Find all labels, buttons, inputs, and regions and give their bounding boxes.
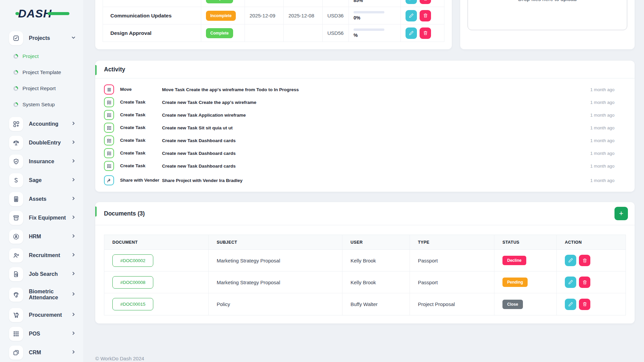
sidebar-item-label: Assets — [29, 196, 71, 202]
sidebar-item-label: DoubleEntry — [29, 140, 71, 146]
upload-card: Drop files here to upload — [460, 0, 635, 49]
activity-time: 1 month ago — [589, 87, 626, 92]
activity-time: 1 month ago — [589, 178, 626, 183]
document-action-cell — [557, 293, 625, 315]
task-list-icon — [104, 123, 114, 133]
subitem-label: Project Report — [22, 85, 56, 92]
status-badge: Pending — [502, 278, 528, 287]
sidebar-item-hrm[interactable]: HRM — [0, 227, 83, 246]
edit-task-button[interactable] — [406, 27, 417, 39]
chevron-right-icon — [71, 139, 76, 146]
chevron-right-icon — [71, 121, 76, 127]
chevron-right-icon — [71, 252, 76, 259]
task-end-date: 2025-12-08 — [284, 7, 323, 24]
document-id-button[interactable]: #DOC00015 — [112, 298, 153, 310]
sidebar-subitem-project[interactable]: Project — [0, 48, 83, 64]
activity-description: Create new Task Dashboard cards — [162, 138, 589, 143]
subitem-label: System Setup — [22, 102, 55, 108]
sidebar-item-biometric-attendance[interactable]: Biometric Attendance — [0, 284, 83, 306]
donut-icon — [13, 54, 18, 59]
sidebar-item-fix-equipment[interactable]: Fix Equipment — [0, 208, 83, 227]
sidebar-item-doubleentry[interactable]: DoubleEntry — [0, 133, 83, 152]
top-cards-row: Complete 85% Communication Update — [95, 0, 635, 49]
add-document-button[interactable]: + — [614, 207, 628, 220]
task-status-cell: Incomplete — [201, 7, 245, 24]
document-search-icon — [9, 267, 23, 281]
document-action-cell — [557, 272, 625, 293]
edit-task-button[interactable] — [406, 0, 417, 4]
chevron-right-icon — [71, 177, 76, 184]
task-row-partial: Complete 85% — [103, 0, 444, 7]
sidebar-item-sage[interactable]: Sage — [0, 171, 83, 190]
activity-type: Create Task — [120, 100, 162, 105]
activity-row: Create Task Create new Task Dashboard ca… — [104, 147, 626, 160]
activity-description: Create new Task Dashboard cards — [162, 164, 589, 169]
sidebar-item-label: Sage — [29, 177, 71, 183]
task-name-cell — [103, 0, 201, 7]
document-subject: Marketing Strategy Proposal — [209, 272, 342, 293]
document-subject: Marketing Strategy Proposal — [209, 250, 342, 271]
activity-type: Share with Vender — [120, 178, 162, 183]
col-action: ACTION — [557, 235, 625, 249]
sidebar-item-pos[interactable]: POS — [0, 324, 83, 343]
status-badge: Complete — [206, 28, 233, 38]
activity-type: Create Task — [120, 138, 162, 143]
activity-time: 1 month ago — [589, 125, 626, 130]
sidebar-item-projects[interactable]: Projects — [0, 29, 83, 48]
activity-time: 1 month ago — [589, 164, 626, 169]
delete-document-button[interactable] — [579, 255, 590, 266]
document-row: #DOC00002 Marketing Strategy Proposal Ke… — [104, 250, 626, 272]
subitem-label: Project Template — [22, 69, 61, 75]
edit-task-button[interactable] — [406, 10, 417, 21]
chevron-right-icon — [71, 271, 76, 278]
sidebar-item-label: Fix Equipment — [29, 215, 71, 221]
tasks-card: Complete 85% Communication Update — [95, 0, 452, 49]
sidebar-item-insurance[interactable]: Insurance — [0, 152, 83, 171]
activity-description: Move Task Create the app's wireframe fro… — [162, 87, 589, 92]
document-type: Project Proposal — [410, 293, 494, 315]
subitem-label: Project — [22, 53, 39, 59]
sidebar-item-recruitment[interactable]: Recruitment — [0, 246, 83, 265]
sidebar-item-crm[interactable]: CRM — [0, 343, 83, 362]
edit-document-button[interactable] — [565, 277, 576, 288]
activity-row: Create Task Create new Task Dashboard ca… — [104, 134, 626, 147]
document-id-button[interactable]: #DOC00008 — [112, 276, 153, 289]
delete-task-button[interactable] — [420, 27, 431, 39]
file-dropzone[interactable]: Drop files here to upload — [468, 0, 627, 30]
document-status-cell: Decline — [494, 250, 557, 271]
activity-title: Activity — [104, 66, 125, 73]
logo-bar — [48, 12, 69, 15]
sidebar-item-assets[interactable]: Assets — [0, 190, 83, 208]
document-id-cell: #DOC00015 — [104, 293, 209, 315]
app-logo[interactable]: DASH — [18, 7, 83, 19]
activity-list: Move Move Task Create the app's wirefram… — [95, 78, 635, 192]
edit-document-button[interactable] — [565, 255, 576, 266]
footer-copyright: © WorkDo Dash 2024 — [95, 356, 635, 361]
status-badge: Incomplete — [206, 11, 236, 21]
activity-type: Create Task — [120, 112, 162, 118]
task-list-icon — [104, 97, 114, 107]
sidebar-item-procurement[interactable]: Procurement — [0, 306, 83, 324]
activity-description: Create new Task Create the app's wirefra… — [162, 100, 589, 105]
activity-header: Activity — [95, 61, 635, 78]
delete-document-button[interactable] — [579, 277, 590, 288]
person-plus-icon — [9, 248, 23, 262]
activity-time: 1 month ago — [589, 151, 626, 156]
sidebar-item-accounting[interactable]: Accounting — [0, 115, 83, 133]
delete-task-button[interactable] — [420, 0, 431, 4]
activity-row: Share with Vender Share Project with Ven… — [104, 172, 626, 188]
delete-task-button[interactable] — [420, 10, 431, 21]
edit-document-button[interactable] — [565, 299, 576, 310]
task-progress-cell: % — [349, 24, 401, 42]
sidebar-subitem-project-template[interactable]: Project Template — [0, 64, 83, 80]
sidebar-item-job-search[interactable]: Job Search — [0, 265, 83, 284]
sidebar-nav: Projects Project Project Template Projec… — [0, 29, 83, 362]
sidebar-subitem-project-report[interactable]: Project Report — [0, 80, 83, 97]
progress-bar — [354, 11, 384, 13]
delete-document-button[interactable] — [579, 299, 590, 310]
documents-body: DOCUMENT SUBJECT USER TYPE STATUS ACTION… — [95, 225, 635, 323]
document-user: Buffy Walter — [342, 293, 410, 315]
grid-dots-icon — [9, 327, 23, 341]
sidebar-subitem-system-setup[interactable]: System Setup — [0, 97, 83, 113]
document-id-button[interactable]: #DOC00002 — [112, 254, 153, 267]
